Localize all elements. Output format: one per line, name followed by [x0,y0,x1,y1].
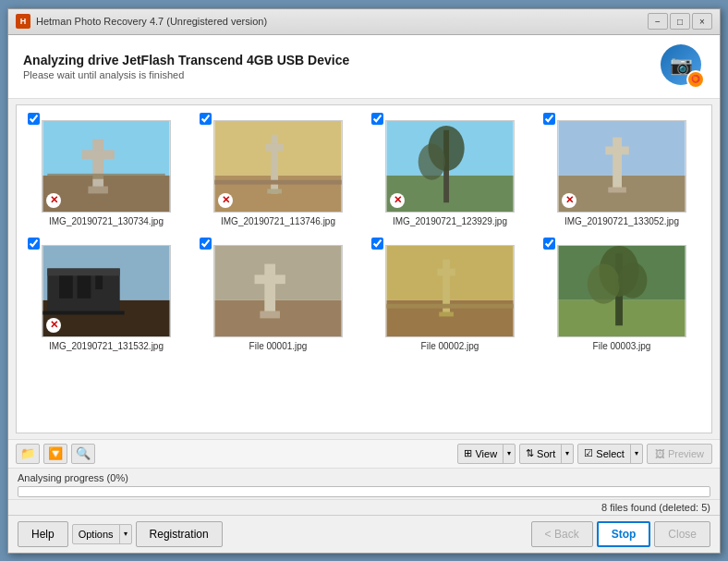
photo-checkbox-wrapper[interactable] [371,113,383,128]
options-dropdown-arrow[interactable]: ▾ [120,525,131,543]
photo-label: IMG_20190721_113746.jpg [221,216,335,226]
options-button[interactable]: Options ▾ [72,524,132,544]
view-button[interactable]: ⊞ View ▾ [457,444,516,464]
select-checkbox-icon: ☑ [584,447,593,459]
svg-rect-32 [264,263,275,313]
photo-label: IMG_20190721_133052.jpg [564,216,679,226]
svg-rect-39 [439,311,454,316]
photo-label: File 00001.jpg [249,341,308,351]
photo-checkbox[interactable] [371,238,383,250]
svg-point-16 [419,143,445,179]
photo-checkbox[interactable] [28,238,40,250]
photo-svg [386,121,514,212]
search-tool-button[interactable]: 🔍 [71,444,95,464]
photo-label: IMG_20190721_123929.jpg [393,216,507,226]
photo-item[interactable]: ✕ IMG_20190721_133052.jpg [540,113,704,230]
photo-checkbox[interactable] [543,238,555,250]
sort-dropdown-arrow[interactable]: ▾ [562,445,573,463]
select-label: Select [596,448,625,459]
delete-badge: ✕ [46,193,61,208]
photo-thumbnail: ✕ [385,120,515,213]
back-button[interactable]: < Back [531,521,593,547]
photo-thumbnail [557,245,686,337]
maximize-button[interactable]: □ [670,13,690,30]
photo-item[interactable]: File 00003.jpg [540,238,704,355]
svg-rect-34 [260,311,280,318]
photo-item[interactable]: ✕ IMG_20190721_123929.jpg [368,113,532,230]
header-text: Analyzing drive JetFlash Transcend 4GB U… [23,53,349,80]
photo-checkbox-wrapper[interactable] [543,238,555,252]
select-button[interactable]: ☑ Select ▾ [577,444,643,464]
registration-button[interactable]: Registration [136,521,223,547]
photo-thumbnail: ✕ [213,120,343,213]
photo-grid: ✕ IMG_20190721_130734.jpg [16,104,712,433]
svg-point-45 [588,263,620,303]
delete-badge: ✕ [218,193,233,208]
photo-item[interactable]: File 00002.jpg [368,238,532,355]
folder-tool-button[interactable]: 📁 [16,444,40,464]
progress-bar-bg [18,486,710,497]
progress-label: Analysing progress (0%) [18,472,710,483]
photo-svg [386,246,514,336]
photo-label: File 00003.jpg [593,341,651,351]
help-button[interactable]: Help [18,521,68,547]
logo-lifering: ⭕ [686,70,705,89]
photo-item[interactable]: ✕ IMG_20190721_130734.jpg [24,113,188,230]
photo-checkbox[interactable] [28,113,40,125]
svg-rect-3 [82,150,115,159]
svg-rect-40 [386,303,513,308]
select-button-main[interactable]: ☑ Select [578,445,631,463]
photo-checkbox[interactable] [200,238,212,250]
photo-checkbox[interactable] [200,113,212,125]
close-button-bottom[interactable]: Close [654,521,710,547]
photo-checkbox-wrapper[interactable] [200,238,212,252]
photo-checkbox-wrapper[interactable] [543,113,555,128]
preview-icon: 🖼 [655,448,665,459]
svg-rect-9 [265,143,284,151]
sort-button-main[interactable]: ⇅ Sort [520,445,562,463]
title-bar: H Hetman Photo Recovery 4.7 (Unregistere… [8,9,720,35]
header-logo: 📷 ⭕ [661,44,705,89]
minimize-button[interactable]: − [648,13,668,30]
svg-rect-21 [608,187,626,192]
status-text: 8 files found (deleted: 5) [601,502,710,513]
photo-item[interactable]: ✕ IMG_20190721_113746.jpg [196,113,360,230]
analyzing-title: Analyzing drive JetFlash Transcend 4GB U… [23,53,349,67]
photo-checkbox[interactable] [371,113,383,125]
preview-label: Preview [668,448,704,459]
photo-checkbox-wrapper[interactable] [371,238,383,252]
photo-svg [214,246,342,336]
view-label: View [475,448,497,459]
svg-rect-11 [214,179,341,184]
svg-rect-19 [613,137,622,189]
view-dropdown-arrow[interactable]: ▾ [504,445,515,463]
photo-checkbox-wrapper[interactable] [200,113,212,128]
photo-svg [42,246,170,336]
photo-checkbox[interactable] [543,113,555,125]
photo-checkbox-wrapper[interactable] [28,238,40,252]
view-button-main[interactable]: ⊞ View [458,445,504,463]
svg-rect-13 [386,175,513,211]
photo-checkbox-wrapper[interactable] [28,113,40,128]
svg-rect-20 [605,146,628,154]
svg-rect-27 [78,275,91,299]
toolbar: 📁 🔽 🔍 ⊞ View ▾ ⇅ Sort ▾ ☑ [8,439,720,468]
stop-button[interactable]: Stop [597,521,651,547]
sort-button[interactable]: ⇅ Sort ▾ [519,444,574,464]
delete-badge: ✕ [46,318,61,333]
svg-rect-8 [271,134,278,193]
select-dropdown-arrow[interactable]: ▾ [631,445,642,463]
photo-thumbnail: ✕ [42,120,171,213]
photo-thumbnail [213,245,343,337]
photo-item[interactable]: ✕ IMG_20190721_131532.jpg [24,238,188,355]
svg-point-46 [618,262,647,298]
photo-svg [214,121,342,212]
options-button-main[interactable]: Options [73,525,120,543]
photo-item[interactable]: File 00001.jpg [196,238,360,355]
preview-button[interactable]: 🖼 Preview [647,444,712,464]
filter-tool-button[interactable]: 🔽 [43,444,67,464]
close-button[interactable]: × [692,13,712,30]
view-icon: ⊞ [464,447,472,459]
title-bar-buttons: − □ × [648,13,712,30]
options-label: Options [79,529,114,540]
